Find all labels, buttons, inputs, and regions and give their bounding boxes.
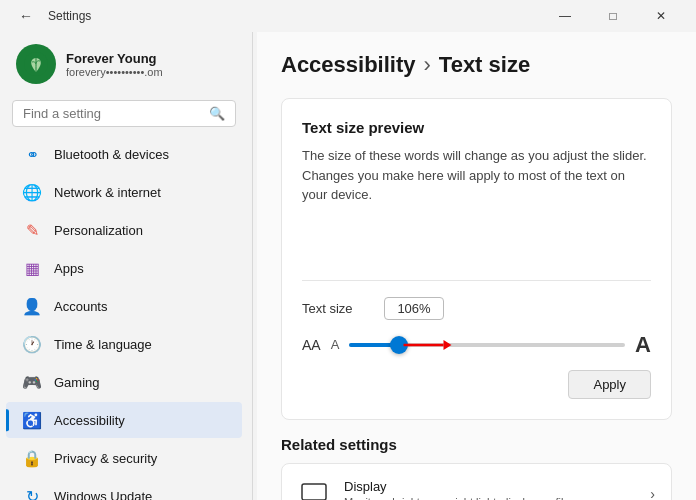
nav-label-update: Windows Update bbox=[54, 489, 152, 501]
text-size-label: Text size bbox=[302, 301, 372, 316]
nav-label-personalization: Personalization bbox=[54, 223, 143, 238]
nav-gaming[interactable]: 🎮 Gaming bbox=[6, 364, 242, 400]
related-display-item[interactable]: Display Monitors, brightness, night ligh… bbox=[281, 463, 672, 501]
nav-personalization[interactable]: ✎ Personalization bbox=[6, 212, 242, 248]
titlebar: ← Settings — □ ✕ bbox=[0, 0, 696, 32]
personalization-icon: ✎ bbox=[22, 220, 42, 240]
back-button[interactable]: ← bbox=[12, 2, 40, 30]
related-settings-section: Related settings Display Monitors, brigh… bbox=[281, 436, 672, 501]
maximize-button[interactable]: □ bbox=[590, 0, 636, 32]
nav-accessibility[interactable]: ♿ Accessibility bbox=[6, 402, 242, 438]
minimize-button[interactable]: — bbox=[542, 0, 588, 32]
network-icon: 🌐 bbox=[22, 182, 42, 202]
search-box: 🔍 bbox=[12, 100, 236, 127]
display-chevron-icon: › bbox=[650, 486, 655, 501]
update-icon: ↻ bbox=[22, 486, 42, 500]
display-icon bbox=[298, 478, 330, 501]
privacy-icon: 🔒 bbox=[22, 448, 42, 468]
bluetooth-icon: ⚭ bbox=[22, 144, 42, 164]
text-size-value: 106% bbox=[384, 297, 444, 320]
search-input[interactable] bbox=[23, 106, 203, 121]
profile-name: Forever Young bbox=[66, 51, 163, 66]
nav-time[interactable]: 🕐 Time & language bbox=[6, 326, 242, 362]
content-area: Accessibility › Text size Text size prev… bbox=[257, 32, 696, 500]
svg-rect-3 bbox=[302, 484, 326, 500]
close-button[interactable]: ✕ bbox=[638, 0, 684, 32]
nav-windows-update[interactable]: ↻ Windows Update bbox=[6, 478, 242, 500]
slider-min-label: AA bbox=[302, 337, 321, 353]
nav-label-privacy: Privacy & security bbox=[54, 451, 157, 466]
profile-email: forevery••••••••••.om bbox=[66, 66, 163, 78]
accounts-icon: 👤 bbox=[22, 296, 42, 316]
search-icon: 🔍 bbox=[209, 106, 225, 121]
nav-label-accounts: Accounts bbox=[54, 299, 107, 314]
display-name: Display bbox=[344, 479, 636, 494]
profile-section: Forever Young forevery••••••••••.om bbox=[0, 32, 248, 100]
avatar-icon bbox=[22, 50, 50, 78]
nav-label-gaming: Gaming bbox=[54, 375, 100, 390]
nav-network[interactable]: 🌐 Network & internet bbox=[6, 174, 242, 210]
accessibility-icon: ♿ bbox=[22, 410, 42, 430]
slider-container[interactable] bbox=[349, 333, 625, 357]
card-description: The size of these words will change as y… bbox=[302, 146, 651, 205]
gaming-icon: 🎮 bbox=[22, 372, 42, 392]
nav-label-apps: Apps bbox=[54, 261, 84, 276]
titlebar-controls: — □ ✕ bbox=[542, 0, 684, 32]
slider-max-label: A bbox=[635, 332, 651, 358]
profile-info: Forever Young forevery••••••••••.om bbox=[66, 51, 163, 78]
display-info: Display Monitors, brightness, night ligh… bbox=[344, 479, 636, 500]
breadcrumb-separator: › bbox=[424, 52, 431, 78]
slider-thumb[interactable] bbox=[390, 336, 408, 354]
time-icon: 🕐 bbox=[22, 334, 42, 354]
breadcrumb-current: Text size bbox=[439, 52, 530, 78]
nav-label-network: Network & internet bbox=[54, 185, 161, 200]
card-title: Text size preview bbox=[302, 119, 651, 136]
sidebar-divider bbox=[252, 32, 253, 500]
slider-small-a: A bbox=[331, 337, 340, 352]
nav-label-bluetooth: Bluetooth & devices bbox=[54, 147, 169, 162]
apply-row: Apply bbox=[302, 370, 651, 399]
slider-row: AA A A bbox=[302, 332, 651, 358]
breadcrumb-parent[interactable]: Accessibility bbox=[281, 52, 416, 78]
text-size-row: Text size 106% bbox=[302, 297, 651, 320]
nav-label-time: Time & language bbox=[54, 337, 152, 352]
display-description: Monitors, brightness, night light, displ… bbox=[344, 496, 636, 500]
nav-accounts[interactable]: 👤 Accounts bbox=[6, 288, 242, 324]
apply-button[interactable]: Apply bbox=[568, 370, 651, 399]
nav-privacy[interactable]: 🔒 Privacy & security bbox=[6, 440, 242, 476]
avatar bbox=[16, 44, 56, 84]
nav-bluetooth[interactable]: ⚭ Bluetooth & devices bbox=[6, 136, 242, 172]
apps-icon: ▦ bbox=[22, 258, 42, 278]
titlebar-left: ← Settings bbox=[12, 2, 91, 30]
preview-area bbox=[302, 221, 651, 281]
nav-apps[interactable]: ▦ Apps bbox=[6, 250, 242, 286]
titlebar-title: Settings bbox=[48, 9, 91, 23]
sidebar: Forever Young forevery••••••••••.om 🔍 ⚭ … bbox=[0, 32, 248, 500]
related-settings-title: Related settings bbox=[281, 436, 672, 453]
breadcrumb: Accessibility › Text size bbox=[281, 52, 672, 78]
text-size-card: Text size preview The size of these word… bbox=[281, 98, 672, 420]
main-layout: Forever Young forevery••••••••••.om 🔍 ⚭ … bbox=[0, 32, 696, 500]
nav-label-accessibility: Accessibility bbox=[54, 413, 125, 428]
